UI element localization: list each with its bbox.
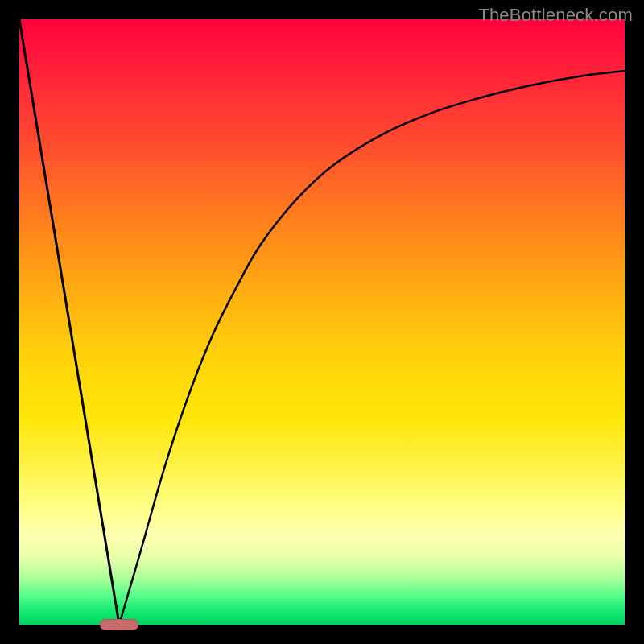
bottleneck-marker — [100, 619, 138, 630]
chart-curves — [19, 19, 625, 625]
right-curve — [119, 71, 625, 625]
left-line — [19, 19, 119, 625]
watermark-text: TheBottleneck.com — [478, 5, 633, 26]
chart-frame: TheBottleneck.com — [0, 0, 644, 644]
plot-area — [19, 19, 625, 625]
